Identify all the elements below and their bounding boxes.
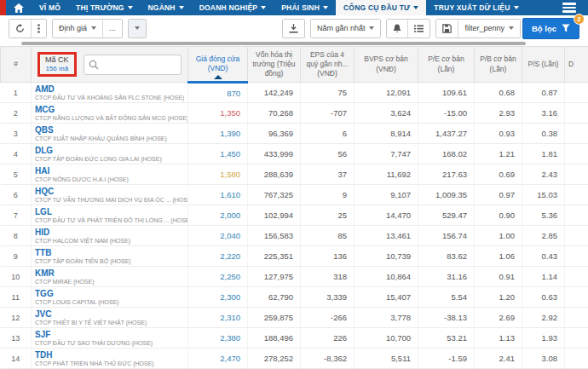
- marketcap-cell: 278,252: [248, 349, 301, 369]
- table-row[interactable]: 13SJFCTCP ĐẦU TƯ SAO THÁI DƯƠNG (HOSE)2,…: [1, 328, 588, 349]
- close-price-cell: 2,310: [188, 308, 248, 328]
- table-row[interactable]: 5HAICTCP NÔNG DƯỢC H.A.I (HOSE)1,580288,…: [1, 164, 588, 185]
- marketcap-cell: 127,975: [248, 267, 301, 287]
- more-options-button[interactable]: [31, 20, 46, 37]
- ticker-link[interactable]: LGL: [35, 207, 187, 216]
- nav-item-label: PHÁI SINH: [281, 3, 320, 12]
- table-row[interactable]: 2MCGCTCP NĂNG LƯỢNG VÀ BẤT ĐỘNG SẢN MCG …: [1, 103, 588, 124]
- ps-cell: 1.93: [522, 328, 565, 349]
- mini-dropdown[interactable]: [129, 20, 146, 37]
- ticker-cell: TGGCTCP LOUIS CAPITAL (HOSE): [32, 287, 188, 308]
- eps-cell: 56: [301, 144, 355, 164]
- nav-item-truy-xuat-du-lieu[interactable]: TRUY XUẤT DỮ LIỆU: [426, 0, 526, 15]
- valuation-dropdown[interactable]: Định giá: [53, 20, 102, 37]
- table-row[interactable]: 4DLGCTCP TẬP ĐOÀN ĐỨC LONG GIA LAI (HOSE…: [1, 144, 588, 164]
- ticker-link[interactable]: QBS: [35, 125, 187, 135]
- truncated-col-cell: [565, 308, 588, 328]
- nav-item-phai-sinh[interactable]: PHÁI SINH: [274, 0, 336, 15]
- eps-cell: 9: [301, 185, 355, 205]
- row-index: 6: [1, 185, 32, 205]
- column-header-close-price[interactable]: Giá đóng cửa (VND): [188, 47, 248, 83]
- table-row[interactable]: 7LGLCTCP ĐẦU TƯ VÀ PHÁT TRIỂN ĐÔ THỊ LON…: [1, 205, 588, 226]
- close-price-cell: 1,610: [188, 185, 248, 205]
- column-header-pb[interactable]: P/B cơ bản (Lần): [475, 47, 522, 83]
- pb-cell: 0.91: [475, 267, 522, 287]
- bvps-cell: 11,692: [355, 164, 418, 185]
- download-button[interactable]: [283, 20, 304, 37]
- scrollbar-thumb[interactable]: [21, 42, 526, 45]
- marketcap-cell: 767,325: [248, 185, 301, 205]
- nav-item-vi-mo[interactable]: VĨ MÔ: [32, 0, 68, 15]
- filter-button-label: Bộ lọc: [532, 24, 556, 33]
- truncated-col-cell: [565, 267, 588, 287]
- company-name: CTCP PHÁT TRIỂN NHÀ THỦ ĐỨC (HOSE): [35, 360, 187, 367]
- ticker-search: [84, 55, 182, 75]
- ticker-link[interactable]: HQC: [35, 187, 187, 196]
- column-header-eps[interactable]: EPS của 4 quý gần nh... (VNĐ): [301, 47, 355, 83]
- ticker-link[interactable]: TGG: [35, 289, 187, 298]
- home-button[interactable]: [6, 0, 32, 15]
- marketcap-cell: 188,496: [248, 328, 301, 349]
- column-header-pe[interactable]: P/E cơ bản (Lần): [418, 47, 475, 83]
- eps-cell: -8,362: [301, 349, 355, 369]
- ticker-link[interactable]: MCG: [35, 105, 187, 114]
- save-icon: [442, 24, 452, 33]
- nav-item-doanh-nghiep[interactable]: DOANH NGHIỆP: [192, 0, 274, 15]
- pe-cell: 109.61: [418, 83, 475, 103]
- watchlist-button[interactable]: [407, 20, 429, 37]
- bvps-cell: 10,700: [355, 328, 418, 349]
- ps-cell: 2.43: [522, 164, 565, 185]
- table-row[interactable]: 10KMRCTCP MIRAE (HOSE)2,250127,97531810,…: [1, 267, 588, 287]
- nav-item-thi-truong[interactable]: THỊ TRƯỜNG: [68, 0, 140, 15]
- table-row[interactable]: 8HIDCTCP HALCOM VIỆT NAM (HOSE)2,040156,…: [1, 226, 588, 246]
- table-row[interactable]: 12JVCCTCP THIẾT BỊ Y TẾ VIỆT NHẬT (HOSE)…: [1, 308, 588, 328]
- nav-item-cong-cu-dau-tu[interactable]: CÔNG CỤ ĐẦU TƯ: [336, 0, 426, 15]
- ticker-count-label: 156 mã: [45, 65, 69, 73]
- row-index: 1: [1, 83, 32, 103]
- company-name: CTCP THIẾT BỊ Y TẾ VIỆT NHẬT (HOSE): [35, 319, 187, 326]
- ticker-link[interactable]: DLG: [35, 146, 187, 155]
- nav-item-nganh[interactable]: NGÀNH: [141, 0, 192, 15]
- download-icon: [289, 24, 298, 33]
- ticker-link[interactable]: AMD: [35, 84, 187, 94]
- ps-cell: 3.16: [522, 103, 565, 124]
- alert-button[interactable]: [387, 20, 407, 37]
- ticker-link[interactable]: KMR: [35, 268, 187, 278]
- ticker-link[interactable]: HAI: [35, 166, 187, 176]
- chevron-down-icon: [369, 26, 374, 30]
- ticker-link[interactable]: JVC: [35, 309, 187, 319]
- column-header-ps[interactable]: P/S (Lần): [522, 47, 565, 83]
- chevron-down-icon: [509, 26, 514, 30]
- pb-cell: 0.68: [475, 83, 522, 103]
- saved-filter-dropdown[interactable]: filter_penny: [458, 20, 520, 37]
- table-row[interactable]: 3QBSCTCP XUẤT NHẬP KHẨU QUẢNG BÌNH (HOSE…: [1, 124, 588, 144]
- column-header-ticker: Mã CK 156 mã: [32, 47, 188, 83]
- table-row[interactable]: 14TDHCTCP PHÁT TRIỂN NHÀ THỦ ĐỨC (HOSE)2…: [1, 349, 588, 369]
- filter-button[interactable]: Bộ lọc 2: [522, 18, 579, 39]
- ticker-link[interactable]: TDH: [35, 350, 187, 360]
- refresh-button[interactable]: [9, 20, 31, 37]
- ps-cell: 0.43: [522, 246, 565, 267]
- column-header-truncated[interactable]: D: [565, 47, 588, 83]
- save-filter-button[interactable]: [436, 20, 458, 37]
- ps-cell: 0.87: [522, 83, 565, 103]
- period-dropdown[interactable]: Năm gần nhất: [311, 20, 381, 37]
- marketcap-cell: 70,268: [248, 103, 301, 124]
- column-header-marketcap[interactable]: Vốn hóa thị trường (Triệu đồng): [248, 47, 301, 83]
- nav-spacer: [527, 0, 554, 15]
- ticker-cell: JVCCTCP THIẾT BỊ Y TẾ VIỆT NHẬT (HOSE): [32, 308, 188, 328]
- table-row[interactable]: 1AMDCTCP ĐẦU TƯ VÀ KHOÁNG SẢN FLC STONE …: [1, 83, 588, 103]
- table-row[interactable]: 11TGGCTCP LOUIS CAPITAL (HOSE)2,30062,79…: [1, 287, 588, 308]
- marketcap-cell: 62,790: [248, 287, 301, 308]
- table-row[interactable]: 9TTBCTCP TẬP ĐOÀN TIẾN BỘ (HOSE)2,220225…: [1, 246, 588, 267]
- table-body: 1AMDCTCP ĐẦU TƯ VÀ KHOÁNG SẢN FLC STONE …: [1, 83, 588, 369]
- eps-cell: 136: [301, 246, 355, 267]
- ellipsis-button[interactable]: ...: [102, 20, 122, 37]
- ticker-link[interactable]: HID: [35, 228, 187, 237]
- truncated-col-cell: [565, 164, 588, 185]
- column-header-bvps[interactable]: BVPS cơ bản (VNĐ): [355, 47, 418, 83]
- ticker-link[interactable]: SJF: [35, 330, 187, 339]
- table-row[interactable]: 6HQCCTCP TƯ VẤN THƯƠNG MẠI DỊCH VỤ ĐỊA Ố…: [1, 185, 588, 205]
- truncated-col-cell: [565, 246, 588, 267]
- ticker-link[interactable]: TTB: [35, 248, 187, 257]
